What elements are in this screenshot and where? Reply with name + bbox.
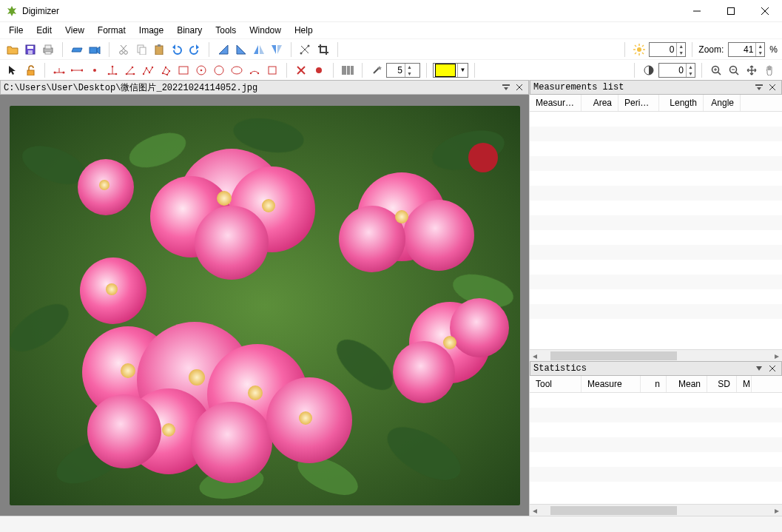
window-minimize-button[interactable]: [680, 0, 714, 22]
closed-path-tool-icon[interactable]: [158, 62, 174, 78]
length-tool-icon[interactable]: [69, 62, 85, 78]
image-panel-menu-icon[interactable]: [500, 81, 512, 93]
open-file-icon[interactable]: [4, 41, 21, 58]
wand-tolerance-spinbox[interactable]: ▲▼: [386, 63, 420, 78]
paste-icon[interactable]: [151, 41, 167, 58]
delete-marker-icon[interactable]: [293, 62, 309, 78]
statistics-col-n[interactable]: n: [641, 376, 667, 392]
marker-tool-icon[interactable]: [87, 62, 103, 78]
menu-format[interactable]: Format: [92, 24, 132, 37]
unit-tool-icon[interactable]: [51, 62, 67, 78]
barcode-icon[interactable]: [340, 62, 356, 78]
flip-vertical-icon[interactable]: [269, 41, 285, 58]
copy-icon[interactable]: [133, 41, 149, 58]
color-swatch[interactable]: ▼: [433, 63, 468, 78]
contrast-spinbox[interactable]: ▲▼: [658, 63, 695, 78]
image-panel-close-icon[interactable]: [513, 81, 525, 93]
statistics-hscrollbar[interactable]: ◂ ▸: [530, 504, 782, 516]
contrast-input[interactable]: [659, 65, 686, 75]
svg-point-12: [124, 50, 128, 54]
statistics-col-tool[interactable]: Tool: [530, 376, 582, 392]
statistics-body: [530, 393, 782, 496]
undo-icon[interactable]: [169, 41, 185, 58]
rectangle-tool-icon[interactable]: [175, 62, 192, 78]
brightness-up[interactable]: ▲: [676, 43, 685, 50]
scanner-icon[interactable]: [69, 41, 85, 58]
image-viewport[interactable]: [0, 95, 529, 516]
measurements-panel-menu-icon[interactable]: [753, 81, 765, 93]
svg-point-46: [126, 73, 128, 75]
menu-file[interactable]: File: [3, 24, 29, 37]
menu-tools[interactable]: Tools: [209, 24, 242, 37]
pointer-tool-icon[interactable]: [4, 62, 21, 78]
zoom-down[interactable]: ▼: [755, 50, 764, 56]
hand-tool-icon[interactable]: [761, 62, 778, 78]
redo-icon[interactable]: [186, 41, 203, 58]
circle-tool-icon[interactable]: [211, 62, 227, 78]
zoom-out-icon[interactable]: [726, 62, 742, 78]
camera-icon[interactable]: [87, 41, 103, 58]
svg-point-125: [450, 298, 509, 357]
svg-rect-57: [179, 67, 188, 74]
statistics-col-measure[interactable]: Measure: [582, 376, 641, 392]
cut-icon[interactable]: [115, 41, 132, 58]
perpendicular-tool-icon[interactable]: [104, 62, 121, 78]
zoom-in-icon[interactable]: [708, 62, 724, 78]
statistics-col-sd[interactable]: SD: [707, 376, 737, 392]
zoom-spinbox[interactable]: ▲▼: [728, 42, 765, 57]
measurements-col-perim[interactable]: Perim…: [618, 95, 659, 111]
svg-point-48: [132, 66, 134, 68]
ellipse-tool-icon[interactable]: [229, 62, 245, 78]
statistics-col-mean[interactable]: Mean: [667, 376, 707, 392]
flip-horizontal-icon[interactable]: [251, 41, 267, 58]
window-close-button[interactable]: [748, 0, 782, 22]
svg-point-122: [162, 423, 175, 437]
contrast-icon[interactable]: [641, 62, 657, 78]
statistics-panel-menu-icon[interactable]: [753, 363, 765, 374]
statistics-col-m[interactable]: M: [737, 376, 752, 392]
menu-edit[interactable]: Edit: [30, 24, 58, 37]
point-marker-icon[interactable]: [311, 62, 327, 78]
measurements-table[interactable]: Measure… Area Perim… Length Angle: [530, 95, 782, 349]
measurements-col-area[interactable]: Area: [582, 95, 618, 111]
menu-help[interactable]: Help: [289, 24, 319, 37]
pan-move-icon[interactable]: [744, 62, 760, 78]
free-rotate-icon[interactable]: [297, 41, 314, 58]
measurements-col-angle[interactable]: Angle: [704, 95, 741, 111]
menu-binary[interactable]: Binary: [171, 24, 208, 37]
statistics-table[interactable]: Tool Measure n Mean SD M: [530, 376, 782, 504]
brightness-input[interactable]: [650, 44, 676, 55]
brightness-down[interactable]: ▼: [676, 50, 685, 56]
statistics-panel-close-icon[interactable]: [766, 363, 778, 374]
svg-point-40: [93, 69, 96, 72]
measurements-col-length[interactable]: Length: [659, 95, 704, 111]
menu-view[interactable]: View: [59, 24, 90, 37]
measurements-hscrollbar[interactable]: ◂ ▸: [530, 349, 782, 361]
window-maximize-button[interactable]: [714, 0, 748, 22]
zoom-up[interactable]: ▲: [755, 43, 764, 50]
unlock-icon[interactable]: [22, 62, 38, 78]
measurements-col-measure[interactable]: Measure…: [530, 95, 582, 111]
svg-point-59: [200, 69, 203, 71]
arc-tool-icon[interactable]: [246, 62, 263, 78]
measurements-panel-close-icon[interactable]: [766, 81, 778, 93]
magic-wand-icon[interactable]: [368, 62, 385, 78]
zoom-input[interactable]: [729, 44, 755, 55]
svg-rect-1: [728, 7, 735, 14]
crop-icon[interactable]: [315, 41, 331, 58]
menu-image[interactable]: Image: [133, 24, 169, 37]
rotate-right-icon[interactable]: [233, 41, 249, 58]
circle-center-tool-icon[interactable]: [193, 62, 209, 78]
path-tool-icon[interactable]: [140, 62, 156, 78]
print-icon[interactable]: [40, 41, 56, 58]
square-tool-icon[interactable]: [264, 62, 280, 78]
rotate-left-icon[interactable]: [215, 41, 232, 58]
statistics-panel-title: Statistics: [533, 363, 587, 374]
wand-tolerance-input[interactable]: [387, 65, 405, 75]
menu-window[interactable]: Window: [243, 24, 287, 37]
save-icon[interactable]: [22, 41, 38, 58]
brightness-spinbox[interactable]: ▲▼: [649, 42, 686, 57]
brightness-icon[interactable]: [631, 41, 647, 58]
angle-tool-icon[interactable]: [122, 62, 138, 78]
color-swatch-dropdown[interactable]: ▼: [457, 64, 468, 77]
